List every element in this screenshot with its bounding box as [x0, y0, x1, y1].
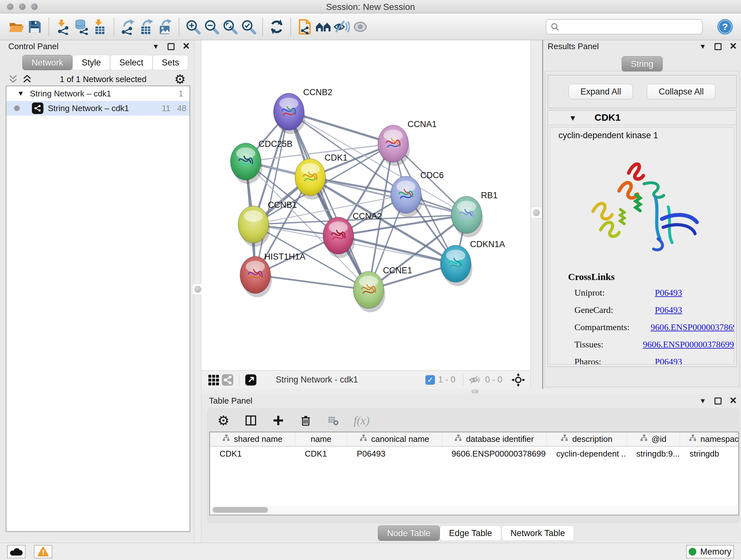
tab-network[interactable]: Network: [22, 55, 72, 70]
tab-string[interactable]: String: [622, 56, 663, 71]
network-edge[interactable]: [289, 112, 368, 290]
table-cell[interactable]: stringdb:9...: [627, 447, 680, 461]
grid-view-icon[interactable]: [206, 373, 220, 387]
close-panel-icon[interactable]: ×: [730, 395, 737, 406]
tree-caret-icon[interactable]: ▼: [17, 89, 24, 98]
column-header-shared-name[interactable]: shared name: [210, 432, 295, 447]
hide-selected-button[interactable]: [333, 17, 351, 37]
table-cell[interactable]: cyclin-dependent ...: [547, 447, 627, 461]
table-options-gear-icon[interactable]: ⚙: [216, 414, 230, 428]
gene-section-header[interactable]: ▼ CDK1: [548, 111, 736, 125]
first-neighbors-button[interactable]: [314, 17, 333, 37]
float-panel-icon[interactable]: ▼: [699, 397, 706, 405]
network-edge[interactable]: [255, 275, 368, 290]
column-header-canonical-name[interactable]: canonical name: [347, 432, 442, 447]
zoom-fit-button[interactable]: [221, 17, 239, 37]
float-panel-icon[interactable]: ▼: [152, 43, 159, 50]
warnings-button[interactable]: [34, 545, 52, 558]
import-table-button[interactable]: [91, 17, 109, 37]
share-view-icon[interactable]: [220, 373, 234, 387]
collapse-all-button[interactable]: Collapse All: [647, 84, 716, 99]
close-panel-icon[interactable]: ×: [183, 40, 190, 52]
network-from-file-button[interactable]: [295, 17, 314, 37]
import-network-button[interactable]: [54, 17, 72, 37]
export-image-button[interactable]: [156, 17, 174, 37]
help-button[interactable]: ?: [717, 18, 733, 35]
network-node-CDC6[interactable]: [391, 176, 422, 217]
memory-button[interactable]: Memory: [686, 545, 734, 558]
network-edge[interactable]: [255, 112, 289, 275]
network-node-HIST1H1A[interactable]: [240, 256, 272, 297]
search-input[interactable]: [560, 21, 698, 32]
maximize-panel-icon[interactable]: [167, 43, 175, 50]
tab-style[interactable]: Style: [72, 55, 110, 70]
column-header-namespace[interactable]: namespace: [680, 432, 739, 447]
column-header-name[interactable]: name: [295, 432, 347, 447]
table-cell[interactable]: CDK1: [295, 447, 347, 461]
open-session-button[interactable]: [7, 17, 25, 37]
zoom-out-button[interactable]: [202, 17, 221, 37]
expand-all-icon[interactable]: [22, 74, 32, 84]
crosslink-link[interactable]: 9606.ENSP00000378699: [643, 339, 734, 350]
tab-edge-table[interactable]: Edge Table: [440, 525, 501, 541]
table-horizontal-scrollbar[interactable]: [211, 506, 738, 514]
table-cell[interactable]: 9606.ENSP00000378699: [442, 447, 547, 461]
network-node-CCNE1[interactable]: [353, 271, 385, 312]
cloud-status-button[interactable]: [7, 545, 25, 558]
column-header-description[interactable]: description: [547, 432, 627, 447]
tab-select[interactable]: Select: [110, 55, 152, 70]
selected-checkbox-icon[interactable]: ✓: [425, 375, 435, 385]
table-cell[interactable]: stringdb: [680, 447, 739, 461]
network-row[interactable]: String Network – cdk1 11 48: [6, 101, 190, 116]
birdseye-view-icon[interactable]: [244, 373, 258, 387]
section-caret-icon[interactable]: ▼: [569, 114, 577, 123]
network-collection-row[interactable]: ▼ String Network – cdk1 1: [6, 86, 190, 101]
network-node-RB1[interactable]: [451, 196, 483, 237]
show-columns-icon[interactable]: [244, 414, 258, 428]
tab-sets[interactable]: Sets: [152, 55, 188, 70]
show-all-button[interactable]: [351, 17, 369, 37]
network-canvas[interactable]: CCNB2CCNA1CDC25BCDK1CDC6RB1CCNB1CCNA2CDK…: [201, 40, 530, 370]
zoom-selected-button[interactable]: [239, 17, 258, 37]
node-table[interactable]: shared namenamecanonical namedatabase id…: [209, 432, 739, 515]
pan-crosshair-icon[interactable]: [511, 373, 525, 387]
table-cell[interactable]: P06493: [347, 447, 442, 461]
column-header-database-identifier[interactable]: database identifier: [442, 432, 547, 447]
zoom-in-button[interactable]: [184, 17, 202, 37]
import-database-button[interactable]: [72, 17, 91, 37]
network-graph[interactable]: CCNB2CCNA1CDC25BCDK1CDC6RB1CCNB1CCNA2CDK…: [201, 40, 530, 370]
network-node-CDC25B[interactable]: [230, 143, 262, 184]
float-panel-icon[interactable]: ▼: [699, 43, 706, 50]
save-session-button[interactable]: [25, 17, 44, 37]
maximize-panel-icon[interactable]: [715, 43, 722, 50]
refresh-button[interactable]: [267, 17, 286, 37]
delete-column-icon[interactable]: [299, 414, 313, 428]
expand-all-button[interactable]: Expand All: [569, 84, 633, 99]
column-header-@id[interactable]: @id: [627, 432, 680, 447]
close-panel-icon[interactable]: ×: [730, 40, 737, 52]
table-cell[interactable]: CDK1: [210, 447, 295, 461]
crosslink-link[interactable]: 9606.ENSP00000378699: [651, 322, 734, 332]
network-node-CDK1[interactable]: [295, 159, 327, 199]
right-splitter[interactable]: [530, 40, 543, 389]
export-table-button[interactable]: [137, 17, 156, 37]
tab-node-table[interactable]: Node Table: [378, 525, 440, 541]
tab-network-table[interactable]: Network Table: [501, 525, 575, 541]
crosslink-link[interactable]: P06493: [655, 357, 682, 365]
maximize-panel-icon[interactable]: [715, 397, 722, 405]
network-node-CCNA2[interactable]: [323, 217, 355, 258]
network-node-CCNB1[interactable]: [238, 206, 270, 247]
collapse-all-icon[interactable]: [8, 74, 18, 84]
bottom-splitter[interactable]: [201, 389, 741, 393]
export-network-button[interactable]: [119, 17, 137, 37]
scrollbar-thumb[interactable]: [212, 507, 268, 513]
right-splitter-handle[interactable]: [531, 207, 542, 219]
crosslink-link[interactable]: P06493: [655, 305, 682, 315]
bottom-splitter-handle[interactable]: [471, 389, 478, 393]
network-node-CDKN1A[interactable]: [441, 245, 472, 286]
create-column-icon[interactable]: [271, 414, 285, 428]
network-node-CCNB2[interactable]: [273, 93, 306, 134]
left-splitter[interactable]: [194, 40, 201, 543]
crosslink-link[interactable]: P06493: [655, 288, 682, 298]
network-options-gear-icon[interactable]: ⚙: [174, 72, 186, 86]
